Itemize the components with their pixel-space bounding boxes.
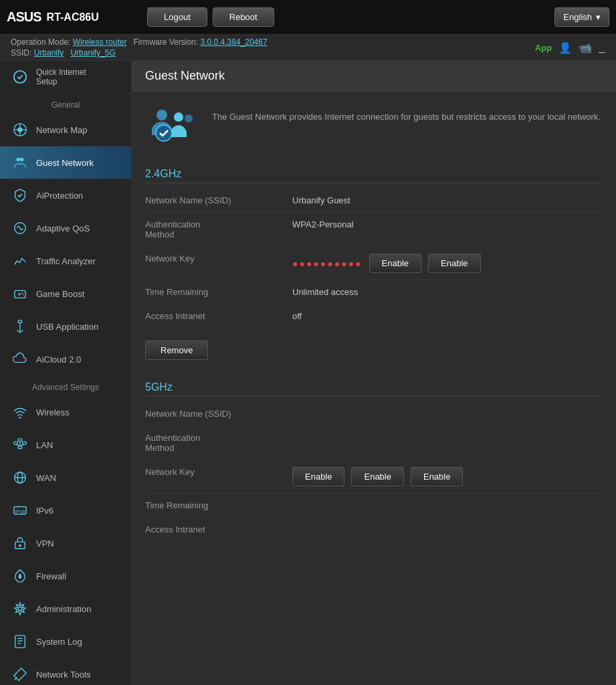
svg-point-40: [185, 114, 193, 122]
system-log-label: System Log: [36, 637, 82, 647]
quick-setup-icon: [11, 68, 29, 86]
5ghz-enable-btn-2[interactable]: Enable: [351, 467, 403, 486]
ipv6-label: IPv6: [36, 506, 54, 516]
firmware-version-link[interactable]: 3.0.0.4.384_20467: [200, 37, 267, 47]
24ghz-access-intranet-row: Access Intranet off: [145, 304, 603, 328]
24ghz-network-key-label: Network Key: [145, 251, 292, 266]
5ghz-form: Network Name (SSID) AuthenticationMethod…: [145, 402, 603, 542]
svg-point-8: [20, 158, 24, 162]
24ghz-enable-btn-1[interactable]: Enable: [369, 254, 421, 273]
svg-point-7: [17, 158, 21, 162]
5ghz-enable-btn-1[interactable]: Enable: [292, 467, 344, 486]
ssid2-link[interactable]: Urbanify_5G: [70, 48, 115, 58]
usb-icon[interactable]: ⎯: [599, 41, 605, 54]
sidebar-item-adaptive-qos[interactable]: Adaptive QoS: [0, 212, 131, 245]
sidebar-item-system-log[interactable]: System Log: [0, 625, 131, 658]
svg-rect-33: [15, 635, 25, 648]
page-title: Guest Network: [132, 61, 616, 92]
aicloud-label: AiCloud 2.0: [36, 355, 81, 365]
svg-point-13: [23, 294, 24, 295]
24ghz-remove-button[interactable]: Remove: [145, 340, 208, 360]
sidebar-item-quick-internet-setup[interactable]: Quick InternetSetup: [0, 61, 131, 94]
svg-point-32: [18, 607, 22, 611]
app-label: App: [535, 43, 552, 53]
sidebar-item-game-boost[interactable]: Game Boost: [0, 278, 131, 310]
administration-icon: [11, 599, 29, 618]
system-log-icon: [11, 632, 29, 651]
display-icon[interactable]: 📹: [579, 41, 592, 54]
svg-point-39: [174, 112, 183, 122]
sidebar-item-ipv6[interactable]: IPv6 IPv6: [0, 494, 131, 527]
traffic-analyzer-icon: [11, 252, 29, 270]
5ghz-access-intranet-label: Access Intranet: [145, 522, 292, 537]
5ghz-network-name-row: Network Name (SSID): [145, 402, 603, 426]
sidebar-item-aicloud[interactable]: AiCloud 2.0: [0, 343, 131, 376]
24ghz-time-remaining-row: Time Remaining Unlimited access: [145, 280, 603, 304]
operation-mode-link[interactable]: Wireless router: [73, 37, 127, 47]
top-right: English ▾: [554, 7, 609, 27]
main-layout: Quick InternetSetup General Network Map …: [0, 61, 616, 685]
general-section-label: General: [0, 94, 131, 114]
usb-application-icon: [11, 317, 29, 336]
guest-network-illustration: [145, 105, 199, 152]
sidebar-item-network-tools[interactable]: Network Tools: [0, 658, 131, 685]
24ghz-heading: 2.4GHz: [145, 168, 603, 183]
sidebar-item-lan[interactable]: LAN: [0, 429, 131, 462]
wireless-icon: [11, 403, 29, 421]
sidebar-item-guest-network[interactable]: Guest Network: [0, 146, 131, 179]
sidebar-item-usb-application[interactable]: USB Application: [0, 310, 131, 343]
sidebar-item-wireless[interactable]: Wireless: [0, 396, 131, 429]
wireless-label: Wireless: [36, 407, 70, 417]
aiprotection-icon: [11, 186, 29, 205]
ssid1-link[interactable]: Urbanify: [34, 48, 64, 58]
sidebar-item-administration[interactable]: Administration: [0, 593, 131, 625]
sidebar-item-network-map[interactable]: Network Map: [0, 114, 131, 146]
svg-point-41: [156, 125, 172, 141]
sidebar-item-wan[interactable]: WAN: [0, 462, 131, 494]
network-map-icon: [11, 120, 29, 139]
vpn-icon: [11, 534, 29, 553]
language-selector[interactable]: English ▾: [554, 7, 609, 27]
game-boost-icon: [11, 284, 29, 303]
5ghz-access-intranet-row: Access Intranet: [145, 518, 603, 542]
intro-description: The Guest Network provides Internet conn…: [212, 105, 601, 124]
sidebar-item-vpn[interactable]: VPN: [0, 527, 131, 560]
sidebar: Quick InternetSetup General Network Map …: [0, 61, 132, 685]
section-24ghz: 2.4GHz Network Name (SSID) Urbanify Gues…: [145, 168, 603, 365]
user-icon[interactable]: 👤: [558, 41, 572, 54]
logout-button[interactable]: Logout: [147, 7, 207, 27]
usb-application-label: USB Application: [36, 322, 98, 332]
5ghz-enable-btn-3[interactable]: Enable: [411, 467, 463, 486]
5ghz-network-key-label: Network Key: [145, 464, 292, 480]
svg-point-14: [21, 292, 23, 294]
language-label: English: [563, 12, 592, 22]
guest-network-label: Guest Network: [36, 158, 94, 168]
ipv6-icon: IPv6: [11, 501, 29, 520]
svg-text:IPv6: IPv6: [15, 508, 25, 514]
sidebar-item-firewall[interactable]: Firewall: [0, 560, 131, 593]
24ghz-access-intranet-value: off: [292, 308, 302, 324]
firewall-label: Firewall: [36, 571, 66, 581]
24ghz-enable-btn-2[interactable]: Enable: [428, 254, 480, 273]
24ghz-network-key-value: ●●●●●●●●●● Enable Enable: [292, 251, 481, 276]
5ghz-time-remaining-label: Time Remaining: [145, 498, 292, 513]
asus-logo: ASUS: [7, 9, 41, 25]
5ghz-network-key-row: Network Key Enable Enable Enable: [145, 460, 603, 494]
lan-label: LAN: [36, 440, 53, 450]
network-map-label: Network Map: [36, 125, 88, 135]
svg-rect-15: [18, 320, 22, 323]
content-area: Guest Network: [132, 61, 616, 685]
5ghz-auth-method-label: AuthenticationMethod: [145, 430, 292, 456]
24ghz-form: Network Name (SSID) Urbanify Guest Authe…: [145, 189, 603, 328]
svg-point-38: [157, 110, 167, 120]
chevron-down-icon: ▾: [596, 12, 601, 22]
24ghz-auth-method-value: WPA2-Personal: [292, 217, 354, 232]
svg-rect-19: [18, 439, 22, 442]
sidebar-item-aiprotection[interactable]: AiProtection: [0, 179, 131, 212]
operation-mode: Operation Mode: Wireless router Firmware…: [11, 37, 268, 47]
reboot-button[interactable]: Reboot: [213, 7, 274, 27]
router-model: RT-AC86U: [47, 11, 99, 23]
sidebar-item-traffic-analyzer[interactable]: Traffic Analyzer: [0, 245, 131, 278]
top-buttons: Logout Reboot: [147, 7, 274, 27]
firewall-icon: [11, 567, 29, 585]
